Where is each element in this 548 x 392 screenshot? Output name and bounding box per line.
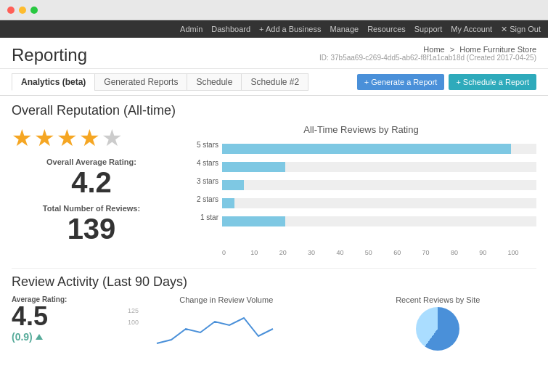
- bar-fill-1: [222, 162, 285, 172]
- bar-chart: 5 stars4 stars3 stars2 stars1 star: [186, 141, 536, 246]
- activity-section: Review Activity (Last 90 Days) Average R…: [12, 268, 536, 351]
- bar-fill-4: [222, 216, 285, 226]
- nav-resources[interactable]: Resources: [367, 25, 406, 33]
- main-wrapper: Reporting Home > Home Furniture Store ID…: [0, 38, 548, 392]
- y-label-125: 125: [128, 307, 139, 314]
- rating-left: ★ ★ ★ ★ ★ Overall Average Rating: 4.2 To…: [12, 124, 171, 256]
- maximize-dot[interactable]: [30, 7, 38, 14]
- top-nav: Admin Dashboard + Add a Business Manage …: [0, 20, 548, 38]
- schedule-report-button[interactable]: + Schedule a Report: [449, 74, 536, 90]
- bar-row-0: 5 stars: [222, 141, 536, 157]
- change-value: (0.9): [12, 331, 33, 343]
- nav-add-business[interactable]: + Add a Business: [259, 25, 321, 33]
- star-3: ★: [57, 124, 78, 152]
- bar-fill-3: [222, 198, 234, 208]
- bar-fill-2: [222, 180, 244, 190]
- star-1: ★: [12, 124, 33, 152]
- activity-left: Average Rating: 4.5 (0.9): [12, 295, 113, 351]
- x-tick-6: 60: [393, 249, 422, 256]
- bar-track-2: [222, 180, 536, 190]
- bar-label-0: 5 stars: [186, 141, 218, 149]
- x-tick-5: 50: [365, 249, 393, 256]
- arrow-up-icon: [36, 334, 43, 340]
- window-chrome: [0, 0, 548, 20]
- generate-report-button[interactable]: + Generate a Report: [357, 74, 445, 90]
- bar-label-3: 2 stars: [186, 195, 218, 203]
- breadcrumb-store[interactable]: Home Furniture Store: [459, 45, 536, 54]
- recent-reviews-title: Recent Reviews by Site: [340, 295, 537, 304]
- tab-analytics[interactable]: Analytics (beta): [12, 73, 94, 91]
- x-tick-4: 40: [336, 249, 364, 256]
- change-row: (0.9): [12, 331, 113, 343]
- star-2: ★: [34, 124, 55, 152]
- bar-track-4: [222, 216, 536, 226]
- avg-rating-value: 4.2: [12, 166, 171, 198]
- reputation-section-title: Overall Reputation (All-time): [12, 103, 536, 118]
- bar-track-0: [222, 144, 536, 154]
- nav-manage[interactable]: Manage: [330, 25, 359, 33]
- x-tick-1: 10: [250, 249, 279, 256]
- volume-chart-title: Change in Review Volume: [128, 295, 325, 304]
- star-5: ★: [102, 124, 123, 152]
- x-tick-10: 100: [508, 249, 536, 256]
- id-line: ID: 37b5aa69-c269-4dd5-ab62-f8f1a1cab18d…: [319, 54, 536, 62]
- tab-schedule[interactable]: Schedule: [187, 73, 241, 91]
- x-axis: 0102030405060708090100: [186, 249, 536, 256]
- activity-avg-value: 4.5: [12, 303, 113, 330]
- nav-admin[interactable]: Admin: [180, 25, 203, 33]
- tabs-left: Analytics (beta) Generated Reports Sched…: [12, 73, 308, 91]
- review-volume-area: Change in Review Volume 125 100: [128, 295, 325, 351]
- total-reviews-value: 139: [12, 213, 171, 245]
- nav-dashboard[interactable]: Dashboard: [211, 25, 250, 33]
- nav-sign-out[interactable]: ✕ Sign Out: [501, 25, 541, 34]
- nav-support[interactable]: Support: [414, 25, 443, 33]
- y-label-100: 100: [128, 319, 139, 326]
- stars-row: ★ ★ ★ ★ ★: [12, 124, 171, 152]
- chart-right: All-Time Reviews by Rating 5 stars4 star…: [186, 124, 536, 256]
- tabs-right: + Generate a Report + Schedule a Report: [357, 74, 536, 90]
- volume-chart: 125 100: [128, 307, 325, 351]
- bar-chart-title: All-Time Reviews by Rating: [186, 124, 536, 135]
- x-tick-7: 70: [422, 249, 451, 256]
- volume-chart-svg: [142, 307, 340, 351]
- x-tick-0: 0: [222, 249, 250, 256]
- avg-rating-label: Overall Average Rating:: [12, 158, 171, 166]
- bar-row-2: 3 stars: [222, 177, 536, 193]
- x-tick-8: 80: [451, 249, 479, 256]
- tabs-row: Analytics (beta) Generated Reports Sched…: [0, 69, 548, 96]
- total-reviews-label: Total Number of Reviews:: [12, 204, 171, 213]
- page-title: Reporting: [12, 45, 87, 65]
- reputation-section: ★ ★ ★ ★ ★ Overall Average Rating: 4.2 To…: [12, 124, 536, 256]
- minimize-dot[interactable]: [19, 7, 26, 14]
- breadcrumb-area: Home > Home Furniture Store ID: 37b5aa69…: [319, 45, 536, 62]
- star-4: ★: [79, 124, 100, 152]
- x-tick-2: 20: [279, 249, 308, 256]
- bar-label-1: 4 stars: [186, 159, 218, 167]
- close-dot[interactable]: [7, 7, 15, 14]
- nav-my-account[interactable]: My Account: [451, 25, 492, 33]
- bar-row-3: 2 stars: [222, 195, 536, 211]
- bar-label-2: 3 stars: [186, 177, 218, 185]
- bar-track-3: [222, 198, 536, 208]
- content-area: Overall Reputation (All-time) ★ ★ ★ ★ ★ …: [0, 96, 548, 358]
- activity-section-title: Review Activity (Last 90 Days): [12, 274, 536, 290]
- x-tick-3: 30: [308, 249, 336, 256]
- tab-generated-reports[interactable]: Generated Reports: [94, 73, 187, 91]
- x-tick-9: 90: [479, 249, 507, 256]
- activity-row: Average Rating: 4.5 (0.9) Change in Revi…: [12, 295, 536, 351]
- bar-fill-0: [222, 144, 511, 154]
- bar-label-4: 1 star: [186, 213, 218, 221]
- bar-row-4: 1 star: [222, 213, 536, 229]
- tab-schedule2[interactable]: Schedule #2: [241, 73, 308, 91]
- bar-row-1: 4 stars: [222, 159, 536, 175]
- header-row: Reporting Home > Home Furniture Store ID…: [0, 38, 548, 69]
- bar-track-1: [222, 162, 536, 172]
- recent-reviews-area: Recent Reviews by Site: [340, 295, 537, 351]
- donut-chart: [416, 307, 459, 351]
- breadcrumb-home[interactable]: Home: [423, 45, 444, 54]
- breadcrumb-sep: >: [450, 45, 454, 54]
